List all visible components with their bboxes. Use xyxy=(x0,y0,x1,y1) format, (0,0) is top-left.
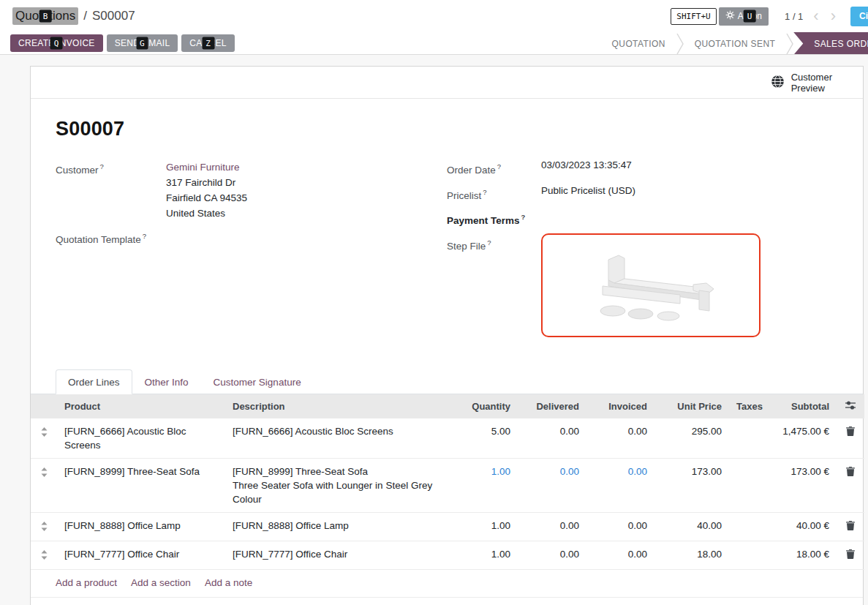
quantity-cell[interactable]: 1.00 xyxy=(452,541,518,569)
order-line-row: [FURN_8999] Three-Seat Sofa [FURN_8999] … xyxy=(31,458,864,512)
help-question-icon: ? xyxy=(483,188,486,196)
column-header-taxes[interactable]: Taxes xyxy=(729,394,760,418)
customer-preview-label: Customer Preview xyxy=(791,72,832,94)
description-cell[interactable]: [FURN_8999] Three-Seat SofaThree Seater … xyxy=(225,458,452,512)
top-navigation-bar: Quotations B / S00007 SHIFT+U Action U 1… xyxy=(0,0,868,32)
pager-previous-button[interactable]: ‹ xyxy=(812,8,820,24)
tab-customer-signature[interactable]: Customer Signature xyxy=(201,369,314,394)
hotkey-badge-g: G xyxy=(136,37,148,50)
payment-terms-field: Payment Terms? xyxy=(447,210,838,228)
tab-order-lines[interactable]: Order Lines xyxy=(56,369,132,394)
pricelist-value[interactable]: Public Pricelist (USD) xyxy=(541,185,635,203)
step-file-preview[interactable] xyxy=(541,233,761,337)
order-date-value[interactable]: 03/03/2023 13:35:47 xyxy=(541,159,632,177)
chevron-separator-icon xyxy=(676,32,684,55)
product-cell[interactable]: [FURN_7777] Office Chair xyxy=(57,541,225,569)
delete-line-button[interactable] xyxy=(837,418,864,459)
column-header-delivered[interactable]: Delivered xyxy=(518,394,586,418)
description-cell[interactable]: [FURN_6666] Acoustic Bloc Screens xyxy=(225,418,452,459)
toggle-optional-columns-button[interactable] xyxy=(837,394,864,418)
drag-handle[interactable] xyxy=(31,541,57,569)
quantity-cell[interactable]: 5.00 xyxy=(452,418,518,459)
cancel-button[interactable]: CANCEL Z xyxy=(181,34,234,52)
payment-terms-label: Payment Terms? xyxy=(447,210,541,228)
help-question-icon: ? xyxy=(143,232,146,240)
order-lines-body: [FURN_6666] Acoustic Bloc Screens [FURN_… xyxy=(31,418,864,570)
send-email-button[interactable]: SEND EMAIL G xyxy=(107,34,178,52)
add-a-note-link[interactable]: Add a note xyxy=(205,577,252,588)
pricelist-field: Pricelist? Public Pricelist (USD) xyxy=(447,185,838,203)
delivered-cell[interactable]: 0.00 xyxy=(518,458,586,512)
drag-handle[interactable] xyxy=(31,512,57,541)
breadcrumb: Quotations B / S00007 xyxy=(12,7,135,25)
column-header-subtotal[interactable]: Subtotal xyxy=(760,394,837,418)
product-cell[interactable]: [FURN_8999] Three-Seat Sofa xyxy=(57,458,225,512)
pager-next-button[interactable]: › xyxy=(829,8,837,24)
field-groups: Customer? Gemini Furniture 317 Fairchild… xyxy=(56,159,838,345)
column-header-unit-price[interactable]: Unit Price xyxy=(654,394,729,418)
product-cell[interactable]: [FURN_8888] Office Lamp xyxy=(57,512,225,541)
invoiced-cell[interactable]: 0.00 xyxy=(586,541,654,569)
unit-price-cell[interactable]: 295.00 xyxy=(654,418,729,459)
add-a-product-link[interactable]: Add a product xyxy=(56,577,117,588)
breadcrumb-separator: / xyxy=(83,9,87,23)
unit-price-cell[interactable]: 18.00 xyxy=(654,541,729,569)
step-file-label: Step File? xyxy=(447,236,541,337)
hotkey-badge-u: U xyxy=(744,10,756,23)
line-add-actions: Add a product Add a section Add a note xyxy=(31,570,863,598)
taxes-cell[interactable] xyxy=(729,418,760,459)
order-lines-table: Product Description Quantity Delivered I… xyxy=(31,394,864,570)
description-cell[interactable]: [FURN_8888] Office Lamp xyxy=(225,512,452,541)
invoiced-cell[interactable]: 0.00 xyxy=(586,418,654,459)
stage-quotation[interactable]: QUOTATION xyxy=(601,32,676,55)
tab-other-info[interactable]: Other Info xyxy=(132,369,201,394)
subtotal-cell: 1,475.00 € xyxy=(760,418,837,459)
delete-line-button[interactable] xyxy=(837,512,864,541)
delivered-cell[interactable]: 0.00 xyxy=(518,541,586,569)
quantity-cell[interactable]: 1.00 xyxy=(452,458,518,512)
address-line: Fairfield CA 94535 xyxy=(166,190,247,206)
action-menu-button[interactable]: Action U xyxy=(719,7,769,26)
stage-sales-order[interactable]: SALES ORDER xyxy=(793,32,868,55)
taxes-cell[interactable] xyxy=(729,541,760,569)
invoiced-cell[interactable]: 0.00 xyxy=(586,458,654,512)
drag-handle[interactable] xyxy=(31,458,57,512)
customer-preview-button[interactable]: Customer Preview xyxy=(771,72,832,94)
stage-quotation-sent[interactable]: QUOTATION SENT xyxy=(684,32,787,55)
quotation-template-field: Quotation Template? xyxy=(56,229,447,247)
notebook-tabs: Order Lines Other Info Customer Signatur… xyxy=(31,369,863,394)
trash-icon xyxy=(846,467,855,476)
delete-line-button[interactable] xyxy=(837,541,864,569)
taxes-cell[interactable] xyxy=(729,458,760,512)
order-line-row: [FURN_8888] Office Lamp [FURN_8888] Offi… xyxy=(31,512,864,541)
column-header-product[interactable]: Product xyxy=(57,394,225,418)
order-date-field: Order Date? 03/03/2023 13:35:47 xyxy=(447,159,838,177)
clipped-right-button[interactable]: Ci xyxy=(850,7,868,26)
quantity-cell[interactable]: 1.00 xyxy=(452,512,518,541)
taxes-cell[interactable] xyxy=(729,512,760,541)
customer-label: Customer? xyxy=(56,159,166,221)
column-header-quantity[interactable]: Quantity xyxy=(452,394,518,418)
unit-price-cell[interactable]: 173.00 xyxy=(654,458,729,512)
address-line: United States xyxy=(166,206,247,221)
customer-address: 317 Fairchild Dr Fairfield CA 94535 Unit… xyxy=(166,175,247,221)
product-cell[interactable]: [FURN_6666] Acoustic Bloc Screens xyxy=(57,418,225,459)
customer-field: Customer? Gemini Furniture 317 Fairchild… xyxy=(56,159,447,221)
column-header-description[interactable]: Description xyxy=(225,394,452,418)
column-header-invoiced[interactable]: Invoiced xyxy=(586,394,654,418)
description-cell[interactable]: [FURN_7777] Office Chair xyxy=(225,541,452,569)
create-invoice-button[interactable]: CREATE INVOICE Q xyxy=(10,34,103,52)
keyboard-shortcut-hint: SHIFT+U xyxy=(671,8,716,25)
add-a-section-link[interactable]: Add a section xyxy=(131,577,191,588)
unit-price-cell[interactable]: 40.00 xyxy=(654,512,729,541)
gear-icon xyxy=(725,10,735,22)
invoiced-cell[interactable]: 0.00 xyxy=(586,512,654,541)
customer-link[interactable]: Gemini Furniture xyxy=(166,162,240,173)
delivered-cell[interactable]: 0.00 xyxy=(518,512,586,541)
delete-line-button[interactable] xyxy=(837,458,864,512)
breadcrumb-quotations[interactable]: Quotations B xyxy=(12,7,78,25)
globe-icon xyxy=(771,75,785,91)
delivered-cell[interactable]: 0.00 xyxy=(518,418,586,459)
subtotal-cell: 40.00 € xyxy=(760,512,837,541)
drag-handle[interactable] xyxy=(31,418,57,459)
